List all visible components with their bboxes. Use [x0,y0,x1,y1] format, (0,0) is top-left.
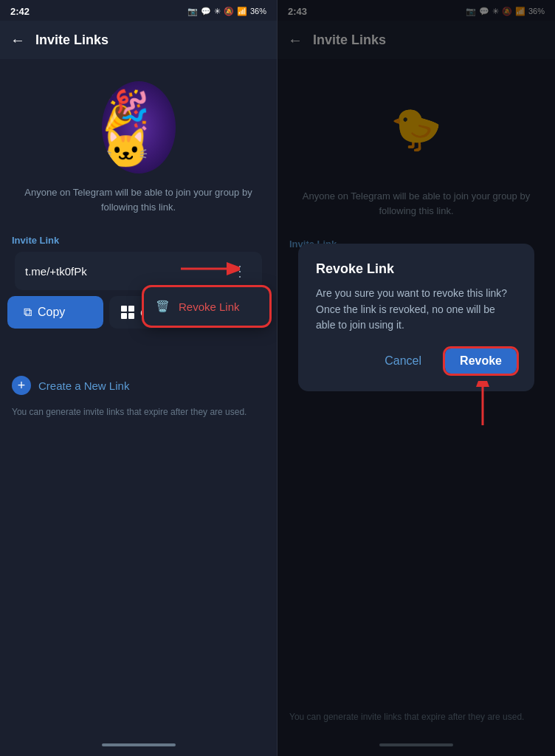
arrow-to-revoke [461,381,505,436]
sticker-left: 🎉🐱 [102,81,176,173]
copy-icon: ⧉ [24,306,32,319]
revoke-dialog: Revoke Link Are you sure you want to rev… [298,244,534,391]
status-time-left: 2:42 [10,6,30,17]
arrow-to-dots [181,258,240,283]
dialog-overlay: Revoke Link Are you sure you want to rev… [278,0,555,756]
bottom-indicator-left [0,738,277,756]
dialog-body: Are you sure you want to revoke this lin… [316,286,517,334]
create-link-row[interactable]: + Create a New Link [0,364,277,401]
asterisk-icon: ✳ [214,7,221,16]
whatsapp-icon: 💬 [201,7,211,16]
footer-note-left: You can generate invite links that expir… [0,401,277,433]
home-indicator-left [102,743,176,746]
revoke-button[interactable]: Revoke [445,348,517,374]
trash-icon: 🗑️ [156,300,170,313]
wifi-icon: 📶 [237,7,247,16]
left-screen: 2:42 📷 💬 ✳ 🔕 📶 36% ← Invite Links 🎉🐱 Any… [0,0,278,756]
notification-icon: 📷 [187,7,198,16]
qr-icon [121,306,134,319]
page-title-left: Invite Links [35,32,108,48]
create-link-label: Create a New Link [38,379,129,392]
silent-icon: 🔕 [224,7,234,16]
description-left: Anyone on Telegram will be able to join … [0,185,277,229]
cancel-button[interactable]: Cancel [379,348,427,374]
invite-link-label-left: Invite Link [0,229,277,252]
header-left: ← Invite Links [0,21,277,59]
back-button-left[interactable]: ← [10,32,25,49]
dialog-buttons: Cancel Revoke [316,348,517,374]
copy-button[interactable]: ⧉ Copy [7,296,103,329]
status-icons-left: 📷 💬 ✳ 🔕 📶 36% [187,7,266,16]
dropdown-menu: 🗑️ Revoke Link [144,287,269,326]
status-bar-left: 2:42 📷 💬 ✳ 🔕 📶 36% [0,0,277,21]
battery-text-left: 36% [250,7,266,16]
plus-icon: + [12,376,31,395]
party-sticker: 🎉🐱 [102,91,176,168]
right-screen: 2:43 📷 💬 ✳ 🔕 📶 36% ← Invite Links 🐤 Anyo… [278,0,555,756]
content-left: 🎉🐱 Anyone on Telegram will be able to jo… [0,59,277,738]
dialog-title: Revoke Link [316,261,517,277]
illustration-left: 🎉🐱 [0,59,277,185]
revoke-link-menu-item[interactable]: 🗑️ Revoke Link [144,290,269,323]
